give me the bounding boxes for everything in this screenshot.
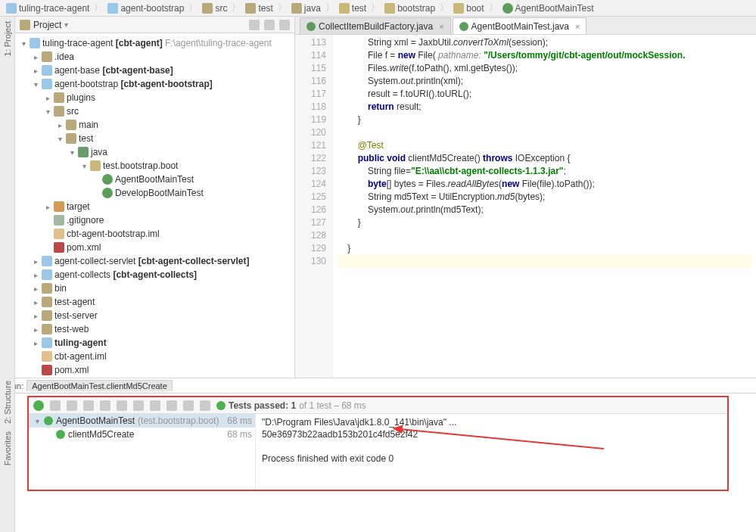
chevron-down-icon[interactable]: ▾ [64,20,68,29]
tree-node[interactable]: ▾src [15,104,294,118]
close-icon[interactable]: × [572,22,580,31]
code-line[interactable] [338,126,751,139]
hide-icon[interactable] [279,20,290,30]
tree-node[interactable]: cbt-agent-bootstrap.iml [15,227,294,241]
export-icon[interactable] [166,400,177,411]
tree-arrow-icon[interactable]: ▸ [32,67,39,75]
tree-node[interactable]: pom.xml [15,241,294,254]
tree-arrow-icon[interactable]: ▸ [32,271,39,279]
breadcrumb-item[interactable]: src [199,3,230,14]
tree-node[interactable]: ▸test-agent [15,295,294,309]
tree-node[interactable]: ▸bin [15,282,294,295]
tree-node[interactable]: ▾tuling-trace-agent [cbt-agent] F:\agent… [15,36,294,50]
code-line[interactable] [338,255,751,268]
tree-arrow-icon[interactable]: ▸ [32,325,39,334]
settings-icon[interactable] [200,400,210,411]
breadcrumb-item[interactable]: java [288,3,324,14]
tree-node[interactable]: ▸.idea [15,50,294,64]
test-node[interactable]: clientMd5Create68 ms [29,428,255,441]
collapse-all-icon[interactable] [249,20,260,30]
breadcrumb-item[interactable]: bootstrap [381,3,438,14]
breadcrumb-item[interactable]: agent-bootstrap [104,3,187,14]
breadcrumb-item[interactable]: AgentBootMainTest [499,3,597,14]
expand-icon[interactable] [100,400,110,411]
code-line[interactable]: return result; [338,101,751,114]
code-line[interactable]: String file="E:\\aa\\cbt-agent-collects-… [338,165,751,178]
tree-arrow-icon[interactable]: ▸ [32,53,39,61]
code-line[interactable]: System.out.println(md5Text); [338,204,751,216]
project-tool-button[interactable]: 1: Project [3,21,12,56]
editor-tab[interactable]: AgentBootMainTest.java× [453,17,587,34]
tree-node[interactable]: ▾agent-bootstrap [cbt-agent-bootstrap] [15,77,294,91]
breadcrumb-item[interactable]: test [336,3,369,14]
tree-node[interactable]: AgentBootMainTest [15,173,294,186]
filter-icon[interactable] [83,400,94,411]
code-line[interactable]: Files.write(f.toPath(), xml.getBytes()); [338,62,751,75]
tree-node[interactable]: ▸test-web [15,322,294,336]
toggle-tree-icon[interactable] [50,400,61,411]
tree-arrow-icon[interactable]: ▸ [44,203,51,211]
code-line[interactable]: public void clientMd5Create() throws IOE… [338,152,751,165]
tree-node[interactable]: ▸agent-collects [cbt-agent-collects] [15,268,294,282]
tree-node[interactable]: ▾java [15,145,294,159]
tree-node[interactable]: DevelopBootMainTest [15,186,294,200]
tree-node[interactable]: ▾test [15,132,294,145]
console-output[interactable]: "D:\Program Files\Java\jdk1.8.0_141\bin\… [256,414,727,490]
code-line[interactable]: @Test [338,139,751,152]
favorites-tool-button[interactable]: Favorites [3,431,12,465]
code-line[interactable] [338,229,751,242]
prev-icon[interactable] [133,400,144,411]
tree-node[interactable]: ▾test.bootstrap.boot [15,159,294,173]
run-config-name[interactable]: AgentBootMainTest.clientMd5Create [26,380,173,391]
tree-node[interactable]: ▸plugins [15,91,294,104]
test-node[interactable]: ▾AgentBootMainTest (test.bootstrap.boot)… [29,414,255,428]
tree-arrow-icon[interactable]: ▾ [68,148,76,157]
tree-arrow-icon[interactable]: ▾ [32,80,39,89]
tree-arrow-icon[interactable]: ▸ [32,257,39,266]
tree-arrow-icon[interactable]: ▸ [32,285,39,293]
tree-arrow-icon[interactable]: ▾ [33,417,41,425]
gear-icon[interactable] [264,20,275,30]
tree-arrow-icon[interactable]: ▸ [44,94,51,102]
code-line[interactable]: } [338,216,751,229]
tree-arrow-icon[interactable]: ▸ [56,121,64,129]
breadcrumb-item[interactable]: boot [450,3,487,14]
structure-tool-button[interactable]: 2: Structure [3,381,12,424]
tree-node[interactable]: ▸tuling-agent [15,336,294,350]
editor-tab[interactable]: CollectItemBuildFactory.java× [300,17,451,34]
code-line[interactable]: String xml = JaxbUtil.convertToXml(sessi… [338,36,751,49]
tree-node[interactable]: ▸agent-base [cbt-agent-base] [15,64,294,77]
tree-arrow-icon[interactable]: ▸ [32,339,39,347]
code-line[interactable]: } [338,114,751,126]
tree-arrow-icon[interactable]: ▾ [44,107,51,116]
code-line[interactable]: String md5Text = UtilEncryption.md5(byte… [338,191,751,204]
tree-arrow-icon[interactable]: ▾ [20,39,27,48]
tree-node[interactable]: ▸agent-collect-servlet [cbt-agent-collec… [15,254,294,268]
sort-icon[interactable] [67,400,77,411]
test-tree[interactable]: ▾AgentBootMainTest (test.bootstrap.boot)… [29,414,256,490]
code-line[interactable]: File f = new File( pathname: "/Users/tom… [338,49,751,62]
tree-node[interactable]: ▸test-server [15,309,294,322]
breadcrumb-item[interactable]: test [242,3,275,14]
tree-node[interactable]: pom.xml [15,363,294,377]
close-icon[interactable]: × [436,22,443,31]
tree-arrow-icon[interactable]: ▸ [32,312,39,320]
next-icon[interactable] [150,400,160,411]
tree-arrow-icon[interactable]: ▾ [80,162,88,170]
code-line[interactable]: byte[] bytes = Files.readAllBytes(new Fi… [338,178,751,191]
tree-node[interactable]: .gitignore [15,213,294,227]
history-icon[interactable] [183,400,194,411]
project-tree[interactable]: ▾tuling-trace-agent [cbt-agent] F:\agent… [15,33,294,378]
tree-node[interactable]: cbt-agent.iml [15,350,294,363]
code-line[interactable]: } [338,242,751,255]
code-line[interactable]: System.out.println(xml); [338,75,751,88]
tree-arrow-icon[interactable]: ▸ [32,298,39,306]
source[interactable]: String xml = JaxbUtil.convertToXml(sessi… [333,35,756,378]
code-editor[interactable]: 1131141151161171181191201211221231241251… [295,35,756,378]
tree-node[interactable]: ▸target [15,200,294,213]
tree-node[interactable]: ▸main [15,118,294,132]
tree-arrow-icon[interactable]: ▾ [56,135,64,143]
breadcrumb-item[interactable]: tuling-trace-agent [3,3,92,14]
code-line[interactable]: result = f.toURI().toURL(); [338,88,751,101]
collapse-icon[interactable] [117,400,127,411]
